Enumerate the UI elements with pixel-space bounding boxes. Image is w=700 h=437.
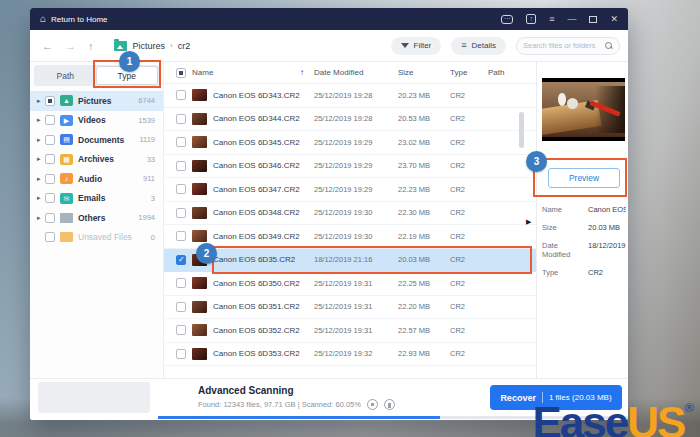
menu-icon[interactable]: ≡ [549,15,554,24]
details-button[interactable]: ≡ Details [451,37,506,55]
main-area: Path Type ▸ ▲ Pictures 6744 ▸ ▶ Videos 1… [30,62,628,378]
preview-panel: ▶ Preview Name Canon EOS 6D... Size 20.0… [536,62,628,378]
pause-scan-icon[interactable] [384,399,395,410]
list-scrollbar[interactable] [519,112,524,148]
item-checkbox[interactable] [45,115,55,125]
tab-path[interactable]: Path [35,66,96,85]
expand-arrow-icon[interactable]: ▸ [37,214,45,222]
upgrade-icon[interactable]: ↑ [526,14,536,24]
table-row[interactable]: Canon EOS 6D353.CR2 25/12/2019 19:32 22.… [164,343,536,367]
row-checkbox[interactable] [176,90,186,100]
row-checkbox[interactable] [176,325,186,335]
row-checkbox[interactable] [176,278,186,288]
search-box[interactable] [516,37,620,55]
row-checkbox[interactable] [176,161,186,171]
sidebar-item-count: 1994 [138,213,155,222]
return-to-home-button[interactable]: ⌂ Return to Home [40,14,108,24]
column-header-path[interactable]: Path [488,68,528,77]
close-button[interactable]: ✕ [610,15,618,24]
table-row[interactable]: Canon EOS 6D345.CR2 25/12/2019 19:29 23.… [164,131,536,155]
row-checkbox[interactable] [176,184,186,194]
sort-ascending-icon[interactable]: ↑ [300,68,304,77]
sidebar-tree: ▸ ▲ Pictures 6744 ▸ ▶ Videos 1539 ▸ ▤ Do… [30,91,163,247]
filter-button[interactable]: Filter [391,37,442,55]
sidebar-item-documents[interactable]: ▸ ▤ Documents 1119 [30,130,163,150]
sidebar-item-videos[interactable]: ▸ ▶ Videos 1539 [30,111,163,131]
list-header: Name ↑ Date Modified Size Type Path [164,62,536,84]
column-header-size[interactable]: Size [398,68,450,77]
row-checkbox[interactable] [176,114,186,124]
item-checkbox[interactable] [45,96,55,106]
table-row[interactable]: Canon EOS 6D352.CR2 25/12/2019 19:31 22.… [164,319,536,343]
sidebar-item-audio[interactable]: ▸ ♪ Audio 911 [30,169,163,189]
search-icon[interactable] [605,42,613,50]
panel-collapse-icon[interactable]: ▶ [526,218,531,226]
row-checkbox[interactable] [176,208,186,218]
archives-icon: ▦ [60,154,73,165]
item-checkbox[interactable] [45,213,55,223]
expand-arrow-icon[interactable]: ▸ [37,155,45,163]
file-name: Canon EOS 6D349.CR2 [213,232,300,241]
preview-button[interactable]: Preview [548,168,620,188]
stop-scan-icon[interactable] [367,399,378,410]
detail-value: Canon EOS 6D... [588,205,626,214]
expand-arrow-icon[interactable]: ▸ [37,116,45,124]
sidebar-item-others[interactable]: ▸ Others 1994 [30,208,163,228]
sidebar-item-pictures[interactable]: ▸ ▲ Pictures 6744 [30,91,163,111]
row-checkbox[interactable] [176,255,186,265]
titlebar: ⌂ Return to Home ⋯ ↑ ≡ — ✕ [30,8,628,30]
item-checkbox[interactable] [45,154,55,164]
search-input[interactable] [523,41,603,50]
row-checkbox[interactable] [176,302,186,312]
sidebar-item-emails[interactable]: ▸ ✉ Emails 3 [30,189,163,209]
expand-arrow-icon[interactable]: ▸ [37,136,45,144]
detail-label: Type [542,268,588,277]
expand-arrow-icon[interactable]: ▸ [37,175,45,183]
sidebar-item-archives[interactable]: ▸ ▦ Archives 33 [30,150,163,170]
back-button[interactable]: ← [42,40,53,52]
row-checkbox[interactable] [176,349,186,359]
forward-button[interactable]: → [65,40,76,52]
table-row[interactable]: Canon EOS 6D347.CR2 25/12/2019 19:29 22.… [164,178,536,202]
videos-icon: ▶ [60,115,73,126]
audio-icon: ♪ [60,173,73,184]
up-button[interactable]: ↑ [88,40,94,52]
row-checkbox[interactable] [176,231,186,241]
breadcrumb-item-cr2[interactable]: cr2 [178,41,191,51]
item-checkbox[interactable] [45,135,55,145]
file-thumbnail-icon [192,160,207,172]
table-row[interactable]: Canon EOS 6D348.CR2 25/12/2019 19:30 22.… [164,202,536,226]
expand-arrow-icon[interactable]: ▸ [37,97,45,105]
sidebar-item-unsaved-files[interactable]: Unsaved Files 0 [30,228,163,248]
table-row[interactable]: Canon EOS 6D343.CR2 25/12/2019 19:28 20.… [164,84,536,108]
table-row[interactable]: Canon EOS 6D35.CR2 18/12/2019 21:16 20.0… [164,249,536,273]
column-header-date[interactable]: Date Modified [314,68,398,77]
row-checkbox[interactable] [176,137,186,147]
select-all-checkbox[interactable] [176,68,186,78]
breadcrumb-item-pictures[interactable]: Pictures [133,41,166,51]
table-row[interactable]: Canon EOS 6D349.CR2 25/12/2019 19:30 22.… [164,225,536,249]
table-row[interactable]: Canon EOS 6D351.CR2 25/12/2019 19:31 22.… [164,296,536,320]
file-thumbnail-icon [192,136,207,148]
item-checkbox[interactable] [45,232,55,242]
sidebar-item-label: Emails [78,193,105,203]
table-row[interactable]: Canon EOS 6D346.CR2 25/12/2019 19:29 23.… [164,155,536,179]
file-type: CR2 [450,185,488,194]
file-name: Canon EOS 6D348.CR2 [213,208,300,217]
file-size: 22.30 MB [398,208,450,217]
table-row[interactable]: Canon EOS 6D350.CR2 25/12/2019 19:31 22.… [164,272,536,296]
column-header-name[interactable]: Name ↑ [176,68,314,78]
file-date: 25/12/2019 19:32 [314,349,398,358]
item-checkbox[interactable] [45,193,55,203]
table-row[interactable]: Canon EOS 6D344.CR2 25/12/2019 19:28 20.… [164,108,536,132]
maximize-button[interactable] [589,16,597,23]
item-checkbox[interactable] [45,174,55,184]
file-details: Name Canon EOS 6D... Size 20.03 MB Date … [542,205,626,286]
expand-arrow-icon[interactable]: ▸ [37,194,45,202]
column-header-type[interactable]: Type [450,68,488,77]
feedback-icon[interactable]: ⋯ [501,15,513,24]
file-thumbnail-icon [192,113,207,125]
minimize-button[interactable]: — [567,15,576,24]
detail-row: Size 20.03 MB [542,223,626,232]
file-size: 23.70 MB [398,161,450,170]
